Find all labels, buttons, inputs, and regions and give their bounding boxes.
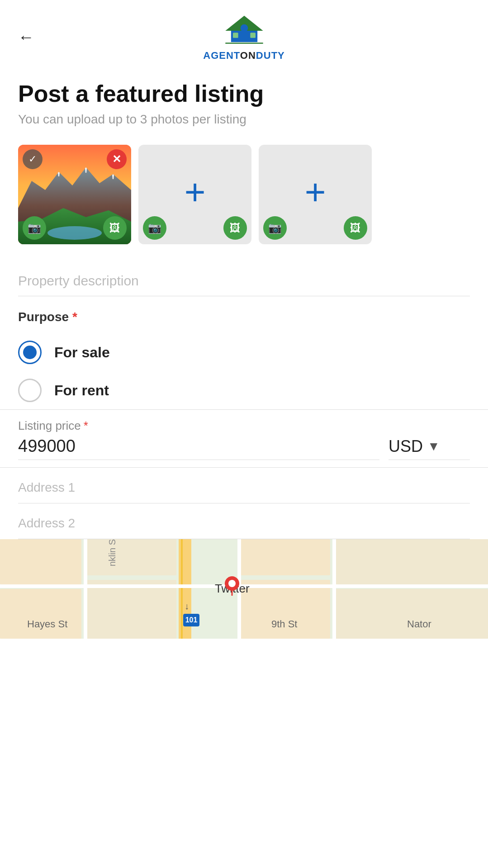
purpose-label: Purpose * xyxy=(18,310,470,324)
svg-rect-15 xyxy=(0,539,81,584)
svg-rect-26 xyxy=(84,539,87,639)
address2-input[interactable] xyxy=(18,514,470,532)
radio-sale-circle xyxy=(18,341,42,364)
svg-rect-19 xyxy=(240,539,330,575)
add-photo-icon-3: + xyxy=(305,174,326,210)
gallery-button-2[interactable]: 🖼 xyxy=(223,216,247,240)
price-input[interactable] xyxy=(18,436,379,460)
address1-input[interactable] xyxy=(18,479,470,497)
svg-rect-24 xyxy=(181,539,183,639)
map-svg: Hayes St 9th St Nator nklin St 101 ↓ Twi… xyxy=(0,539,488,639)
currency-dropdown-arrow: ▼ xyxy=(427,439,440,454)
property-description-input[interactable] xyxy=(18,271,470,290)
gallery-button-3[interactable]: 🖼 xyxy=(344,216,367,240)
currency-text: USD xyxy=(389,437,423,456)
photo-slot-1[interactable]: ✓ ✕ 📷 🖼 xyxy=(18,145,131,244)
map-background: Hayes St 9th St Nator nklin St 101 ↓ Twi… xyxy=(0,539,488,639)
purpose-for-rent[interactable]: For rent xyxy=(18,371,470,409)
photo-action-buttons-3: 📷 🖼 xyxy=(259,216,372,240)
gallery-button-1[interactable]: 🖼 xyxy=(103,216,127,240)
purpose-for-rent-label: For rent xyxy=(54,382,109,399)
listing-price-section: Listing price * USD ▼ xyxy=(0,410,488,468)
svg-point-38 xyxy=(228,580,236,587)
camera-button-2[interactable]: 📷 xyxy=(143,216,166,240)
svg-rect-28 xyxy=(332,539,336,639)
svg-rect-20 xyxy=(240,580,330,639)
page-subtitle: You can upload up to 3 photos per listin… xyxy=(0,112,488,140)
back-button[interactable]: ← xyxy=(18,29,34,45)
photo-action-buttons: 📷 🖼 xyxy=(18,216,131,240)
svg-rect-18 xyxy=(86,580,176,639)
svg-rect-4 xyxy=(250,33,256,38)
camera-button-3[interactable]: 📷 xyxy=(263,216,287,240)
address2-field xyxy=(18,503,470,539)
price-row: USD ▼ xyxy=(18,436,470,467)
logo: AGENTONDUTY xyxy=(203,13,285,62)
price-input-wrap xyxy=(18,436,379,460)
currency-select[interactable]: USD ▼ xyxy=(389,437,470,460)
property-description-field xyxy=(18,262,470,296)
svg-rect-3 xyxy=(233,33,238,38)
purpose-section: Purpose * For sale For rent xyxy=(0,296,488,410)
photo-upload-section: ✓ ✕ 📷 🖼 + 📷 🖼 + 📷 🖼 xyxy=(0,140,488,262)
purpose-for-sale-label: For sale xyxy=(54,344,110,361)
purpose-required-star: * xyxy=(72,310,77,324)
header: ← AGENTONDUTY xyxy=(0,0,488,66)
photo-action-buttons-2: 📷 🖼 xyxy=(138,216,251,240)
logo-text: AGENTONDUTY xyxy=(203,50,285,62)
map-section[interactable]: Hayes St 9th St Nator nklin St 101 ↓ Twi… xyxy=(0,539,488,639)
svg-point-5 xyxy=(240,24,248,32)
radio-sale-inner xyxy=(23,346,37,359)
address1-field xyxy=(18,468,470,503)
photo-slot-3[interactable]: + 📷 🖼 xyxy=(259,145,372,244)
logo-icon xyxy=(222,13,267,49)
camera-button-1[interactable]: 📷 xyxy=(23,216,46,240)
svg-text:nklin St: nklin St xyxy=(107,539,117,566)
svg-text:101: 101 xyxy=(185,616,198,624)
svg-rect-21 xyxy=(335,539,488,584)
property-description-section xyxy=(0,262,488,296)
svg-text:↓: ↓ xyxy=(185,601,189,611)
svg-rect-17 xyxy=(86,539,176,575)
address-section xyxy=(0,468,488,539)
svg-text:Nator: Nator xyxy=(407,618,431,630)
svg-rect-22 xyxy=(335,589,488,639)
svg-rect-16 xyxy=(0,589,81,639)
svg-text:Hayes St: Hayes St xyxy=(27,618,67,630)
radio-rent-circle xyxy=(18,379,42,402)
page-title: Post a featured listing xyxy=(0,66,488,112)
price-required-star: * xyxy=(84,419,88,433)
purpose-for-sale[interactable]: For sale xyxy=(18,333,470,371)
listing-price-label: Listing price * xyxy=(18,419,470,433)
svg-text:9th St: 9th St xyxy=(271,618,297,630)
add-photo-icon-2: + xyxy=(185,174,206,210)
photo-slot-2[interactable]: + 📷 🖼 xyxy=(138,145,251,244)
